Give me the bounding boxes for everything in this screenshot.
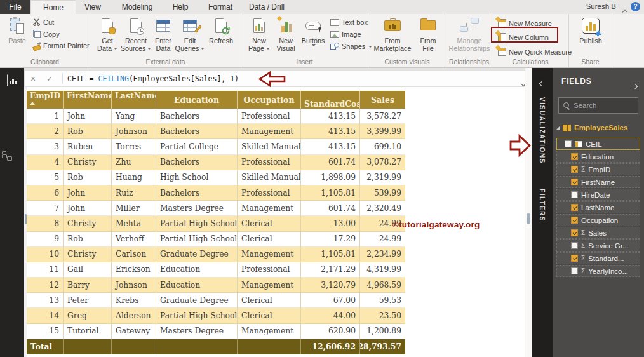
from-file-button[interactable]: From File <box>415 16 441 52</box>
field-checkbox[interactable] <box>571 229 578 236</box>
table-row[interactable]: 5RobHuangHigh SchoolSkilled Manual1,898.… <box>27 170 405 185</box>
table-header-cell[interactable]: LastName <box>112 91 156 109</box>
table-header-cell[interactable]: StandardCost <box>301 91 360 109</box>
table-row[interactable]: 13PeterKrebsGraduate DegreeClerical67.00… <box>27 293 405 308</box>
field-item-lastname[interactable]: LastName <box>556 201 640 213</box>
recent-sources-button[interactable]: Recent Sources <box>121 16 151 52</box>
table-row[interactable]: 14GregAldersonPartial High SchoolClerica… <box>27 308 405 323</box>
field-checkbox[interactable] <box>571 153 578 160</box>
recent-sources-icon <box>130 18 142 33</box>
formula-cancel-icon[interactable]: × <box>25 74 41 84</box>
field-item-sales[interactable]: ΣSales <box>556 227 640 239</box>
table-cell: 1,200.89 <box>360 324 405 339</box>
publish-icon <box>582 18 600 34</box>
collapse-fields-pane-button[interactable] <box>633 79 637 91</box>
edit-queries-button[interactable]: Edit Queries <box>175 16 205 52</box>
enter-data-button[interactable]: Enter Data <box>151 16 175 52</box>
table-row[interactable]: 15TutorialGatewayMasters DegreeManagemen… <box>27 324 405 339</box>
field-checkbox[interactable] <box>571 191 578 198</box>
buttons-button[interactable]: Buttons <box>300 16 326 46</box>
paste-button[interactable]: Paste <box>5 16 29 44</box>
table-visual[interactable]: EmpIDFirstNameLastNameEducationOccupatio… <box>27 91 405 354</box>
table-row[interactable]: 9RobVerhoffPartial High SchoolClerical17… <box>27 232 405 247</box>
table-cell: Miller <box>112 201 156 216</box>
tab-view[interactable]: View <box>76 0 109 14</box>
search-input[interactable] <box>574 102 631 109</box>
tab-help[interactable]: Help <box>161 0 199 14</box>
field-item-standard-[interactable]: ΣStandard... <box>556 252 640 264</box>
field-item-education[interactable]: Education <box>556 151 640 163</box>
field-item-yearlyinco-[interactable]: ΣYearlyInco... <box>556 265 640 277</box>
report-view-button[interactable] <box>7 75 8 86</box>
table-header-cell[interactable]: FirstName <box>64 91 112 109</box>
format-painter-button[interactable]: Format Painter <box>33 42 90 50</box>
table-header-cell[interactable]: Education <box>156 91 238 109</box>
help-icon[interactable]: ? <box>631 2 640 11</box>
field-checkbox[interactable] <box>571 217 578 224</box>
publish-button[interactable]: Publish <box>577 16 605 44</box>
tab-data-drill[interactable]: Data / Drill <box>241 0 292 14</box>
table-header-cell[interactable]: EmpID <box>27 91 64 109</box>
refresh-button[interactable]: Refresh <box>206 16 236 44</box>
field-checkbox[interactable] <box>571 166 578 173</box>
table-row[interactable]: 10ChristyCarlsonGraduate DegreeManagemen… <box>27 247 405 262</box>
tab-filters[interactable]: FILTERS <box>539 189 546 222</box>
table-cell: 6 <box>27 185 64 201</box>
table-row[interactable]: 7JohnMillerMasters DegreeManagement601.7… <box>27 201 405 216</box>
expand-pane-button[interactable] <box>540 77 544 88</box>
table-row[interactable]: 4ChristyZhuBachelorsProfessional601.743,… <box>27 155 405 170</box>
dataset-table-item[interactable]: EmployeeSales <box>556 124 627 131</box>
new-visual-button[interactable]: New Visual <box>273 16 299 52</box>
table-cell: Masters Degree <box>156 324 238 339</box>
table-row[interactable]: 1JohnYangBachelorsProfessional413.153,57… <box>27 109 405 124</box>
text-box-button[interactable]: Text box <box>330 18 368 26</box>
tab-visualizations[interactable]: VISUALIZATIONS <box>539 97 546 164</box>
signed-in-user[interactable]: Suresh B <box>586 3 616 10</box>
table-row[interactable]: 8ChristyMehtaPartial High SchoolClerical… <box>27 216 405 231</box>
canvas-right-scrollbar-thumb[interactable] <box>527 213 530 224</box>
new-quick-measure-button[interactable]: New Quick Measure <box>498 48 572 56</box>
fields-search-box[interactable] <box>558 97 638 114</box>
tab-home[interactable]: Home <box>30 0 76 14</box>
manage-relationships-button[interactable]: Manage Relationships <box>449 16 490 52</box>
get-data-button[interactable]: Get Data <box>94 16 121 52</box>
field-checkbox[interactable] <box>571 255 578 262</box>
field-item-firstname[interactable]: FirstName <box>556 176 640 188</box>
copy-button[interactable]: Copy <box>33 30 60 38</box>
field-checkbox[interactable] <box>571 267 578 274</box>
field-item-occupation[interactable]: Occupation <box>556 214 640 226</box>
tab-file[interactable]: File <box>0 0 30 14</box>
formula-commit-icon[interactable]: ✓ <box>41 74 58 83</box>
field-checkbox[interactable] <box>571 204 578 211</box>
table-row[interactable]: 3RubenTorresPartial CollegeSkilled Manua… <box>27 139 405 154</box>
table-cell: Christy <box>64 155 112 170</box>
formula-input[interactable]: CEIL = CEILING(EmployeeSales[Sales], 1) <box>67 74 239 83</box>
clipboard-group-label: Clipboard <box>0 58 90 65</box>
cut-button[interactable]: Cut <box>33 18 54 26</box>
table-row[interactable]: 12BarryJohnsonEducationManagement3,120.7… <box>27 278 405 293</box>
table-row[interactable]: 11GailEricksonEducationProfessional2,171… <box>27 262 405 278</box>
field-item-ceil[interactable]: CEIL <box>556 138 640 150</box>
table-cell: Bachelors <box>156 109 238 124</box>
table-cell: 17.29 <box>301 232 360 247</box>
field-checkbox[interactable] <box>571 178 578 185</box>
field-checkbox[interactable] <box>571 242 578 249</box>
new-page-button[interactable]: New Page <box>246 16 272 52</box>
field-checkbox[interactable] <box>565 140 572 147</box>
table-header-cell[interactable]: Occupation <box>238 91 301 109</box>
table-header-cell[interactable]: Sales <box>360 91 405 109</box>
shapes-button[interactable]: Shapes <box>330 43 372 50</box>
table-row[interactable]: 2RobJohnsonBachelorsManagement413.153,39… <box>27 124 405 139</box>
table-cell: 13 <box>27 293 64 308</box>
table-row[interactable]: 6JohnRuizBachelorsProfessional1,105.8153… <box>27 185 405 201</box>
image-button[interactable]: Image <box>330 30 361 38</box>
table-cell: Masters Degree <box>156 201 238 216</box>
expand-triangle-icon[interactable] <box>556 126 560 130</box>
field-item-empid[interactable]: ΣEmpID <box>556 163 640 175</box>
field-item-service-gr-[interactable]: ΣService Gr... <box>556 239 640 252</box>
column-header-label: LastName <box>115 91 152 100</box>
from-marketplace-button[interactable]: From Marketplace <box>372 16 413 52</box>
tab-format[interactable]: Format <box>201 0 240 14</box>
field-item-hiredate[interactable]: HireDate <box>556 189 640 201</box>
tab-modeling[interactable]: Modeling <box>114 0 160 14</box>
